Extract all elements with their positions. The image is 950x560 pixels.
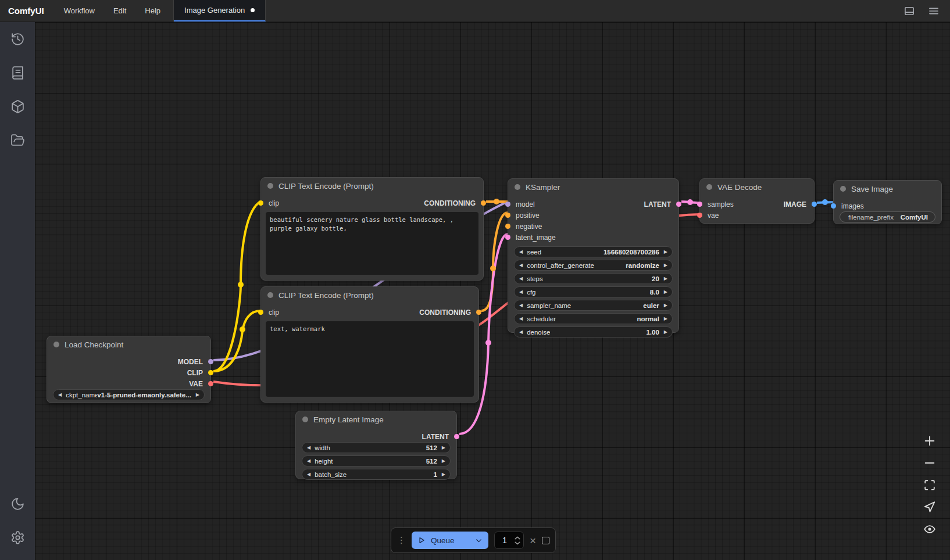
collapse-dot-icon[interactable] — [267, 183, 273, 189]
decrement-arrow-icon[interactable]: ◀ — [307, 459, 310, 464]
input-dot-latent-image[interactable] — [505, 235, 510, 240]
increment-arrow-icon[interactable]: ▶ — [196, 393, 199, 397]
input-dot-clip[interactable] — [258, 200, 263, 206]
slot-row[interactable]: model LATENT — [508, 199, 678, 210]
increment-arrow-icon[interactable]: ▶ — [664, 330, 667, 335]
increment-arrow-icon[interactable]: ▶ — [442, 459, 445, 464]
output-dot-conditioning[interactable] — [481, 200, 486, 206]
collapse-dot-icon[interactable] — [53, 342, 59, 347]
widget-scheduler[interactable]: ◀ scheduler normal ▶ — [514, 313, 673, 324]
collapse-dot-icon[interactable] — [267, 292, 273, 298]
input-dot-vae[interactable] — [697, 213, 702, 218]
settings-icon[interactable] — [0, 520, 35, 554]
widget-control-after-generate[interactable]: ◀ control_after_generate randomize ▶ — [514, 260, 673, 271]
toggle-links-visibility-icon[interactable] — [923, 523, 936, 536]
widget-sampler-name[interactable]: ◀ sampler_name euler ▶ — [514, 300, 673, 311]
widget-batch-size[interactable]: ◀ batch_size 1 ▶ — [302, 469, 451, 480]
input-dot-images[interactable] — [831, 203, 836, 209]
node-title-bar[interactable]: CLIP Text Encode (Prompt) — [261, 287, 478, 303]
menu-edit[interactable]: Edit — [104, 0, 135, 21]
output-dot-conditioning[interactable] — [476, 310, 481, 315]
increment-arrow-icon[interactable]: ▶ — [442, 446, 445, 450]
increment-arrow-icon[interactable]: ▶ — [664, 317, 667, 321]
node-title-bar[interactable]: Load Checkpoint — [47, 336, 210, 353]
output-dot-vae[interactable] — [208, 381, 213, 386]
node-title-bar[interactable]: Save Image — [834, 181, 941, 197]
node-title-bar[interactable]: VAE Decode — [700, 179, 814, 195]
negative-prompt-textarea[interactable]: text, watermark — [266, 321, 474, 397]
queue-history-icon[interactable] — [0, 22, 35, 56]
output-slot-vae[interactable]: VAE — [47, 378, 210, 389]
input-dot-negative[interactable] — [505, 224, 510, 229]
collapse-dot-icon[interactable] — [840, 186, 846, 192]
slot-row[interactable]: vae — [700, 210, 814, 221]
node-clip-text-encode-negative[interactable]: CLIP Text Encode (Prompt) clip CONDITION… — [260, 286, 479, 403]
hamburger-menu-icon[interactable] — [928, 5, 940, 17]
model-library-icon[interactable] — [0, 89, 35, 123]
output-dot-latent[interactable] — [454, 434, 459, 439]
increment-arrow-icon[interactable]: ▶ — [664, 303, 667, 308]
decrement-arrow-icon[interactable]: ◀ — [519, 303, 523, 308]
zoom-out-icon[interactable] — [923, 457, 936, 469]
select-mode-icon[interactable] — [923, 501, 936, 514]
node-clip-text-encode-positive[interactable]: CLIP Text Encode (Prompt) clip CONDITION… — [260, 177, 484, 281]
input-dot-samples[interactable] — [697, 202, 702, 207]
decrement-arrow-icon[interactable]: ◀ — [307, 446, 310, 450]
decrement-arrow-icon[interactable]: ◀ — [519, 250, 523, 254]
slot-row[interactable]: latent_image — [508, 232, 678, 243]
widget-filename-prefix[interactable]: filename_prefix ComfyUI — [840, 211, 935, 222]
slot-row[interactable]: samples IMAGE — [700, 199, 814, 210]
increment-arrow-icon[interactable]: ▶ — [442, 472, 445, 477]
slot-row[interactable]: clip CONDITIONING — [261, 198, 483, 209]
output-dot-model[interactable] — [208, 359, 213, 364]
output-slot-latent[interactable]: LATENT — [296, 431, 456, 442]
positive-prompt-textarea[interactable]: beautiful scenery nature glass bottle la… — [266, 212, 478, 275]
node-library-icon[interactable] — [0, 56, 35, 89]
input-dot-clip[interactable] — [258, 310, 263, 315]
drag-handle-icon[interactable]: ⋮ — [397, 535, 406, 545]
zoom-in-icon[interactable] — [923, 435, 936, 447]
decrement-arrow-icon[interactable]: ◀ — [519, 277, 523, 281]
decrement-arrow-icon[interactable]: ◀ — [307, 472, 310, 477]
widget-denoise[interactable]: ◀ denoise 1.00 ▶ — [514, 326, 673, 338]
batch-count-input[interactable]: 1 — [494, 532, 524, 549]
tab-image-generation[interactable]: Image Generation — [174, 0, 266, 21]
node-empty-latent-image[interactable]: Empty Latent Image LATENT ◀ width 512 ▶ … — [295, 411, 457, 479]
theme-toggle-icon[interactable] — [0, 487, 35, 520]
stop-icon[interactable] — [542, 537, 549, 544]
output-dot-image[interactable] — [812, 202, 817, 207]
cancel-run-icon[interactable]: × — [530, 535, 536, 546]
output-dot-latent[interactable] — [676, 202, 681, 207]
increment-arrow-icon[interactable]: ▶ — [664, 250, 667, 254]
node-title-bar[interactable]: KSampler — [508, 179, 678, 195]
input-dot-model[interactable] — [505, 202, 510, 207]
slot-row[interactable]: images — [834, 200, 941, 211]
widget-width[interactable]: ◀ width 512 ▶ — [302, 442, 451, 453]
output-slot-clip[interactable]: CLIP — [47, 367, 210, 378]
widget-cfg[interactable]: ◀ cfg 8.0 ▶ — [514, 286, 673, 297]
node-title-bar[interactable]: Empty Latent Image — [296, 411, 456, 428]
stepper-up-icon[interactable] — [515, 536, 520, 540]
node-title-bar[interactable]: CLIP Text Encode (Prompt) — [261, 178, 483, 194]
decrement-arrow-icon[interactable]: ◀ — [519, 317, 523, 321]
widget-steps[interactable]: ◀ steps 20 ▶ — [514, 273, 673, 284]
slot-row[interactable]: negative — [508, 221, 678, 232]
input-dot-positive[interactable] — [505, 213, 510, 218]
decrement-arrow-icon[interactable]: ◀ — [519, 330, 523, 335]
collapse-dot-icon[interactable] — [515, 184, 520, 190]
widget-seed[interactable]: ◀ seed 156680208700286 ▶ — [514, 246, 673, 257]
stepper-down-icon[interactable] — [515, 541, 520, 545]
workflows-icon[interactable] — [0, 123, 35, 157]
node-graph-canvas[interactable] — [35, 22, 950, 560]
decrement-arrow-icon[interactable]: ◀ — [519, 290, 523, 295]
increment-arrow-icon[interactable]: ▶ — [664, 290, 667, 295]
decrement-arrow-icon[interactable]: ◀ — [519, 263, 523, 268]
collapse-dot-icon[interactable] — [706, 184, 712, 190]
collapse-dot-icon[interactable] — [302, 417, 308, 422]
node-save-image[interactable]: Save Image images filename_prefix ComfyU… — [833, 180, 942, 224]
node-vae-decode[interactable]: VAE Decode samples IMAGE vae — [699, 178, 815, 224]
panel-bottom-icon[interactable] — [903, 5, 915, 17]
widget-ckpt-name[interactable]: ◀ ckpt_name v1-5-pruned-emaonly.safete..… — [53, 389, 205, 400]
slot-row[interactable]: clip CONDITIONING — [261, 307, 478, 318]
output-dot-clip[interactable] — [208, 370, 213, 375]
